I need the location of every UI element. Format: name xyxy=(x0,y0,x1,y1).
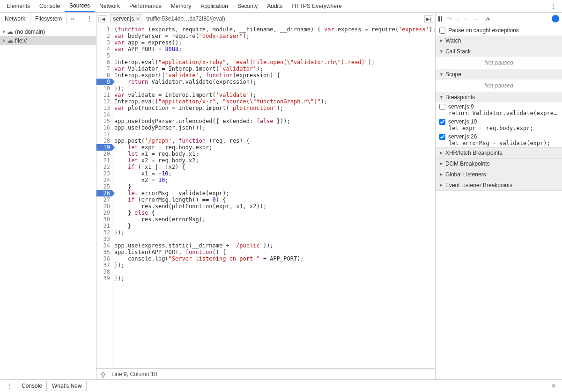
code-line[interactable]: } else { xyxy=(114,210,433,216)
line-number[interactable]: 8 xyxy=(96,72,112,79)
pretty-print-icon[interactable]: {} xyxy=(101,371,105,377)
line-number[interactable]: 13 xyxy=(96,105,112,111)
close-icon[interactable]: ✕ xyxy=(136,16,140,22)
section-global[interactable]: ▼Global Listeners xyxy=(436,169,562,180)
code-line[interactable]: let x2 = req.body.x2; xyxy=(114,157,433,164)
code-line[interactable]: let x1 = req.body.x1; xyxy=(114,151,433,157)
code-line[interactable]: app.use(bodyParser.urlencoded({ extended… xyxy=(114,118,433,124)
line-number[interactable]: 30 xyxy=(96,216,112,223)
devtools-tab-elements[interactable]: Elements xyxy=(2,1,35,11)
step-icon[interactable]: → xyxy=(472,15,478,22)
code-line[interactable] xyxy=(114,236,433,242)
line-number[interactable]: 34 xyxy=(96,242,112,249)
deactivate-breakpoints-icon[interactable]: ⁄• xyxy=(487,15,490,22)
breakpoint-item[interactable]: server.js:19let expr = req.body.expr; xyxy=(436,117,562,132)
line-number[interactable]: 36 xyxy=(96,255,112,262)
line-number[interactable]: 31 xyxy=(96,223,112,229)
line-number[interactable]: 15 xyxy=(96,118,112,124)
line-number[interactable]: 23 xyxy=(96,170,112,177)
line-number-gutter[interactable]: 1234567891011121314151617181920212223242… xyxy=(96,25,112,368)
line-number[interactable]: 37 xyxy=(96,262,112,269)
code-line[interactable]: }); xyxy=(114,262,433,269)
line-number[interactable]: 17 xyxy=(96,131,112,138)
devtools-tab-security[interactable]: Security xyxy=(233,1,262,11)
file-tree-item-file-scheme[interactable]: ☁ file:// xyxy=(0,36,96,45)
code-line[interactable]: Interop.export('validate', function(expr… xyxy=(114,72,433,79)
line-number[interactable]: 18 xyxy=(96,138,112,144)
line-number[interactable]: 12 xyxy=(96,98,112,105)
breakpoint-checkbox[interactable] xyxy=(439,134,445,140)
code-line[interactable]: Interop.eval("application/x-r", "source(… xyxy=(114,98,433,105)
pause-on-caught-checkbox[interactable]: Pause on caught exceptions xyxy=(436,25,562,36)
line-number[interactable]: 24 xyxy=(96,177,112,183)
code-line[interactable]: app.use(express.static(__dirname + "/pub… xyxy=(114,242,433,249)
pause-icon[interactable] xyxy=(438,16,442,22)
devtools-tab-console[interactable]: Console xyxy=(35,1,65,11)
code-line[interactable]: if (!x1 || !x2) { xyxy=(114,164,433,170)
code-line[interactable]: var bodyParser = require("body-parser"); xyxy=(114,33,433,39)
code-line[interactable]: var APP_PORT = 8088; xyxy=(114,46,433,52)
async-icon[interactable] xyxy=(552,15,559,22)
code-line[interactable]: x1 = -10; xyxy=(114,170,433,177)
section-watch[interactable]: ▼Watch xyxy=(436,36,562,46)
pause-on-caught-input[interactable] xyxy=(439,28,445,34)
editor-file-tab[interactable]: server.js ✕ xyxy=(110,14,144,23)
line-number[interactable]: 39 xyxy=(96,275,112,282)
line-number[interactable]: 3 xyxy=(96,39,112,46)
code-line[interactable]: app.listen(APP_PORT, function() { xyxy=(114,249,433,255)
code-line[interactable]: }); xyxy=(114,275,433,282)
line-number[interactable]: 7 xyxy=(96,65,112,72)
line-number[interactable]: 21 xyxy=(96,157,112,164)
line-number[interactable]: 19 xyxy=(96,144,112,151)
section-event[interactable]: ▼Event Listener Breakpoints xyxy=(436,180,562,190)
drawer-tab-whatsnew[interactable]: What's New xyxy=(48,381,87,391)
drawer-tab-console[interactable]: Console xyxy=(17,381,47,391)
nav-back-icon[interactable]: |◀ xyxy=(98,15,107,22)
code-line[interactable] xyxy=(114,269,433,275)
drawer-menu-icon[interactable]: ⋮ xyxy=(3,383,16,389)
code-line[interactable]: res.send(errorMsg); xyxy=(114,216,433,223)
code-line[interactable]: var validate = Interop.import('validate'… xyxy=(114,92,433,98)
breakpoint-item[interactable]: server.js:26let errorMsg = validate(expr… xyxy=(436,132,562,147)
navigator-tab-network[interactable]: Network xyxy=(0,14,30,24)
line-number[interactable]: 26 xyxy=(96,190,112,196)
section-xhr[interactable]: ▼XHR/fetch Breakpoints xyxy=(436,148,562,158)
section-breakpoints[interactable]: ▼Breakpoints xyxy=(436,92,562,102)
line-number[interactable]: 32 xyxy=(96,229,112,236)
code-line[interactable]: var plotFunction = Interop.import('plotF… xyxy=(114,105,433,111)
line-number[interactable]: 38 xyxy=(96,269,112,275)
code-content[interactable]: (function (exports, require, module, __f… xyxy=(112,25,435,368)
code-line[interactable]: return Validator.validate(expression); xyxy=(114,79,433,85)
line-number[interactable]: 20 xyxy=(96,151,112,157)
line-number[interactable]: 16 xyxy=(96,124,112,131)
nav-forward-icon[interactable]: ▶| xyxy=(424,15,433,22)
devtools-tab-sources[interactable]: Sources xyxy=(65,0,95,12)
code-line[interactable]: app.use(bodyParser.json()); xyxy=(114,124,433,131)
line-number[interactable]: 2 xyxy=(96,33,112,39)
code-line[interactable] xyxy=(114,131,433,138)
line-number[interactable]: 27 xyxy=(96,196,112,203)
line-number[interactable]: 33 xyxy=(96,236,112,242)
devtools-tab-audits[interactable]: Audits xyxy=(262,1,287,11)
line-number[interactable]: 25 xyxy=(96,183,112,190)
line-number[interactable]: 35 xyxy=(96,249,112,255)
navigator-tab-more[interactable]: » xyxy=(67,14,78,24)
breakpoint-item[interactable]: server.js:9return Validator.validate(exp… xyxy=(436,102,562,117)
overflow-menu-icon[interactable]: ⋮ xyxy=(547,1,560,11)
devtools-tab-application[interactable]: Application xyxy=(196,1,233,11)
step-over-icon[interactable]: ↷ xyxy=(447,15,452,22)
navigator-menu-icon[interactable]: ⋮ xyxy=(83,14,96,24)
line-number[interactable]: 29 xyxy=(96,210,112,216)
code-line[interactable]: } xyxy=(114,223,433,229)
code-line[interactable]: console.log("Server listening on port " … xyxy=(114,255,433,262)
line-number[interactable]: 14 xyxy=(96,111,112,118)
code-line[interactable]: (function (exports, require, module, __f… xyxy=(114,26,433,33)
code-line[interactable]: } xyxy=(114,183,433,190)
code-line[interactable]: var app = express(); xyxy=(114,39,433,46)
code-line[interactable]: }); xyxy=(114,229,433,236)
line-number[interactable]: 22 xyxy=(96,164,112,170)
code-line[interactable] xyxy=(114,111,433,118)
code-line[interactable] xyxy=(114,52,433,59)
code-line[interactable]: app.post('/graph', function (req, res) { xyxy=(114,138,433,144)
file-tree-item-nodomain[interactable]: ☁ (no domain) xyxy=(0,27,96,36)
